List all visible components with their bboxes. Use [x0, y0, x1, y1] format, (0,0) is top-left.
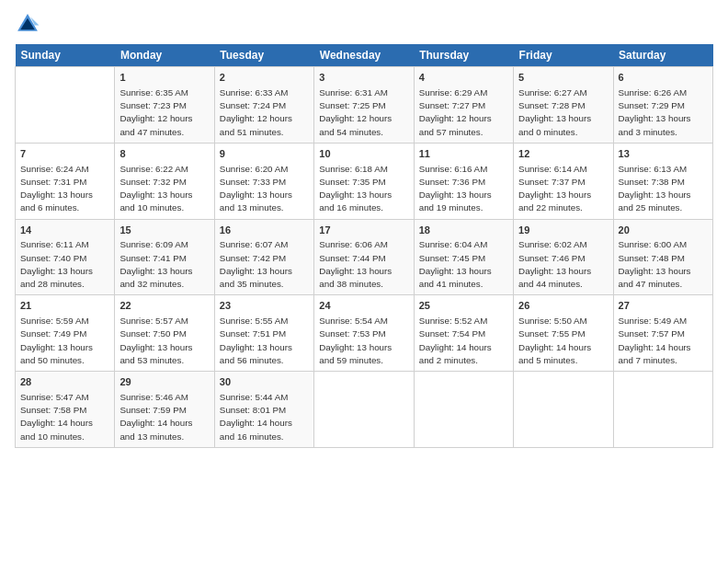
- day-info: Sunrise: 6:29 AMSunset: 7:27 PMDaylight:…: [419, 86, 508, 139]
- col-header-saturday: Saturday: [613, 44, 712, 67]
- day-info: Sunrise: 5:59 AMSunset: 7:49 PMDaylight:…: [20, 315, 109, 367]
- header-row: SundayMondayTuesdayWednesdayThursdayFrid…: [16, 44, 713, 67]
- day-info: Sunrise: 6:07 AMSunset: 7:42 PMDaylight:…: [220, 238, 309, 291]
- day-cell: 30Sunrise: 5:44 AMSunset: 8:01 PMDayligh…: [214, 372, 313, 448]
- day-info: Sunrise: 6:06 AMSunset: 7:44 PMDaylight:…: [319, 238, 408, 291]
- day-info: Sunrise: 5:57 AMSunset: 7:50 PMDaylight:…: [119, 315, 209, 367]
- day-number: 2: [220, 71, 309, 86]
- day-cell: [613, 372, 712, 448]
- day-cell: 20Sunrise: 6:00 AMSunset: 7:48 PMDayligh…: [613, 219, 712, 295]
- page: SundayMondayTuesdayWednesdayThursdayFrid…: [0, 0, 728, 563]
- day-cell: 9Sunrise: 6:20 AMSunset: 7:33 PMDaylight…: [214, 143, 313, 219]
- day-number: 28: [20, 375, 109, 390]
- day-cell: 27Sunrise: 5:49 AMSunset: 7:57 PMDayligh…: [613, 295, 712, 372]
- day-number: 23: [220, 299, 309, 314]
- col-header-thursday: Thursday: [414, 44, 513, 67]
- day-number: 19: [518, 224, 608, 238]
- day-info: Sunrise: 6:35 AMSunset: 7:23 PMDaylight:…: [119, 86, 209, 139]
- day-cell: [514, 372, 613, 448]
- day-info: Sunrise: 5:52 AMSunset: 7:54 PMDaylight:…: [419, 315, 508, 367]
- day-number: 21: [20, 299, 109, 314]
- day-info: Sunrise: 6:20 AMSunset: 7:33 PMDaylight:…: [220, 163, 309, 215]
- day-number: 11: [419, 147, 508, 162]
- day-info: Sunrise: 6:22 AMSunset: 7:32 PMDaylight:…: [119, 163, 209, 215]
- day-number: 17: [319, 224, 408, 238]
- day-info: Sunrise: 6:00 AMSunset: 7:48 PMDaylight:…: [619, 238, 708, 291]
- logo: [15, 11, 44, 37]
- day-info: Sunrise: 5:49 AMSunset: 7:57 PMDaylight:…: [619, 315, 708, 367]
- col-header-monday: Monday: [115, 44, 214, 67]
- day-number: 12: [518, 147, 608, 162]
- day-cell: 29Sunrise: 5:46 AMSunset: 7:59 PMDayligh…: [115, 372, 214, 448]
- day-info: Sunrise: 5:54 AMSunset: 7:53 PMDaylight:…: [319, 315, 408, 367]
- day-cell: 10Sunrise: 6:18 AMSunset: 7:35 PMDayligh…: [314, 143, 414, 219]
- day-info: Sunrise: 6:13 AMSunset: 7:38 PMDaylight:…: [619, 163, 708, 215]
- day-cell: 24Sunrise: 5:54 AMSunset: 7:53 PMDayligh…: [314, 295, 414, 372]
- day-cell: [414, 372, 513, 448]
- day-cell: 7Sunrise: 6:24 AMSunset: 7:31 PMDaylight…: [16, 143, 115, 219]
- day-info: Sunrise: 6:14 AMSunset: 7:37 PMDaylight:…: [518, 163, 608, 215]
- day-info: Sunrise: 6:04 AMSunset: 7:45 PMDaylight:…: [419, 238, 508, 291]
- header: [15, 11, 713, 37]
- day-cell: 2Sunrise: 6:33 AMSunset: 7:24 PMDaylight…: [214, 67, 313, 144]
- day-cell: 4Sunrise: 6:29 AMSunset: 7:27 PMDaylight…: [414, 67, 513, 144]
- day-number: 26: [518, 299, 608, 314]
- day-info: Sunrise: 6:11 AMSunset: 7:40 PMDaylight:…: [20, 238, 109, 291]
- day-cell: 22Sunrise: 5:57 AMSunset: 7:50 PMDayligh…: [115, 295, 214, 372]
- day-number: 30: [220, 375, 309, 390]
- day-cell: 26Sunrise: 5:50 AMSunset: 7:55 PMDayligh…: [514, 295, 613, 372]
- day-cell: 13Sunrise: 6:13 AMSunset: 7:38 PMDayligh…: [613, 143, 712, 219]
- day-number: 10: [319, 147, 408, 162]
- week-row-4: 21Sunrise: 5:59 AMSunset: 7:49 PMDayligh…: [16, 295, 713, 372]
- day-number: 6: [619, 71, 708, 86]
- logo-icon: [15, 11, 40, 37]
- day-number: 20: [619, 224, 708, 238]
- day-number: 16: [220, 224, 309, 238]
- day-cell: 15Sunrise: 6:09 AMSunset: 7:41 PMDayligh…: [115, 219, 214, 295]
- day-number: 5: [518, 71, 608, 86]
- day-number: 7: [20, 147, 109, 162]
- day-cell: 17Sunrise: 6:06 AMSunset: 7:44 PMDayligh…: [314, 219, 414, 295]
- day-info: Sunrise: 6:02 AMSunset: 7:46 PMDaylight:…: [518, 238, 608, 291]
- day-cell: 6Sunrise: 6:26 AMSunset: 7:29 PMDaylight…: [613, 67, 712, 144]
- day-number: 3: [319, 71, 408, 86]
- day-number: 4: [419, 71, 508, 86]
- day-number: 13: [619, 147, 708, 162]
- day-cell: 5Sunrise: 6:27 AMSunset: 7:28 PMDaylight…: [514, 67, 613, 144]
- day-number: 15: [119, 224, 209, 238]
- day-cell: 23Sunrise: 5:55 AMSunset: 7:51 PMDayligh…: [214, 295, 313, 372]
- day-cell: 12Sunrise: 6:14 AMSunset: 7:37 PMDayligh…: [514, 143, 613, 219]
- week-row-2: 7Sunrise: 6:24 AMSunset: 7:31 PMDaylight…: [16, 143, 713, 219]
- day-cell: 8Sunrise: 6:22 AMSunset: 7:32 PMDaylight…: [115, 143, 214, 219]
- day-info: Sunrise: 6:33 AMSunset: 7:24 PMDaylight:…: [220, 86, 309, 139]
- day-cell: 14Sunrise: 6:11 AMSunset: 7:40 PMDayligh…: [16, 219, 115, 295]
- col-header-tuesday: Tuesday: [214, 44, 313, 67]
- col-header-friday: Friday: [514, 44, 613, 67]
- day-cell: 25Sunrise: 5:52 AMSunset: 7:54 PMDayligh…: [414, 295, 513, 372]
- day-number: 9: [220, 147, 309, 162]
- day-info: Sunrise: 5:47 AMSunset: 7:58 PMDaylight:…: [20, 391, 109, 443]
- day-info: Sunrise: 6:31 AMSunset: 7:25 PMDaylight:…: [319, 86, 408, 139]
- day-cell: 18Sunrise: 6:04 AMSunset: 7:45 PMDayligh…: [414, 219, 513, 295]
- day-info: Sunrise: 5:44 AMSunset: 8:01 PMDaylight:…: [220, 391, 309, 443]
- day-cell: 3Sunrise: 6:31 AMSunset: 7:25 PMDaylight…: [314, 67, 414, 144]
- calendar-table: SundayMondayTuesdayWednesdayThursdayFrid…: [15, 44, 713, 448]
- day-number: 24: [319, 299, 408, 314]
- day-info: Sunrise: 6:27 AMSunset: 7:28 PMDaylight:…: [518, 86, 608, 139]
- day-cell: [314, 372, 414, 448]
- day-number: 22: [119, 299, 209, 314]
- day-cell: 19Sunrise: 6:02 AMSunset: 7:46 PMDayligh…: [514, 219, 613, 295]
- day-info: Sunrise: 6:24 AMSunset: 7:31 PMDaylight:…: [20, 163, 109, 215]
- day-cell: 21Sunrise: 5:59 AMSunset: 7:49 PMDayligh…: [16, 295, 115, 372]
- day-cell: 1Sunrise: 6:35 AMSunset: 7:23 PMDaylight…: [115, 67, 214, 144]
- day-info: Sunrise: 5:55 AMSunset: 7:51 PMDaylight:…: [220, 315, 309, 367]
- week-row-1: 1Sunrise: 6:35 AMSunset: 7:23 PMDaylight…: [16, 67, 713, 144]
- day-info: Sunrise: 5:46 AMSunset: 7:59 PMDaylight:…: [119, 391, 209, 443]
- day-info: Sunrise: 6:26 AMSunset: 7:29 PMDaylight:…: [619, 86, 708, 139]
- day-cell: [16, 67, 115, 144]
- day-info: Sunrise: 5:50 AMSunset: 7:55 PMDaylight:…: [518, 315, 608, 367]
- col-header-wednesday: Wednesday: [314, 44, 414, 67]
- day-number: 29: [119, 375, 209, 390]
- week-row-3: 14Sunrise: 6:11 AMSunset: 7:40 PMDayligh…: [16, 219, 713, 295]
- day-number: 18: [419, 224, 508, 238]
